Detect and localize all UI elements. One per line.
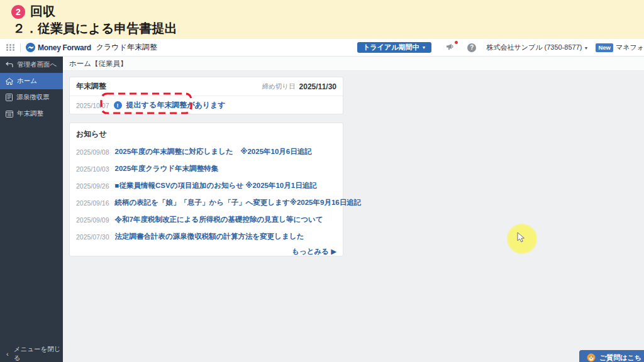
- sidebar-item-admin-screen[interactable]: 管理者画面へ: [0, 57, 63, 73]
- news-link[interactable]: 令和7年度税制改正による所得税の基礎控除の見直し等について: [115, 215, 323, 224]
- news-item: 2025/09/09 令和7年度税制改正による所得税の基礎控除の見直し等について: [76, 211, 336, 228]
- news-date: 2025/09/08: [76, 148, 109, 156]
- sidebar-item-label: ホーム: [17, 77, 37, 85]
- news-date: 2025/09/16: [76, 199, 109, 207]
- sidebar-item-label: 管理者画面へ: [17, 60, 57, 69]
- submit-nencho-link[interactable]: 提出する年末調整があります: [126, 100, 226, 111]
- nencho-form-icon: [6, 111, 13, 118]
- nencho-card-title: 年末調整: [76, 81, 106, 92]
- brand-name: Money Forward: [38, 43, 91, 52]
- chevron-down-icon: ▼: [421, 45, 426, 50]
- app-window: 2 回収 ２．従業員による申告書提出 Money Forward クラウド年末調…: [0, 0, 644, 362]
- chevron-left-icon: ‹: [6, 350, 9, 358]
- help-icon[interactable]: ?: [467, 43, 476, 52]
- banner-subtitle: ２．従業員による申告書提出: [13, 20, 177, 37]
- top-navbar: Money Forward クラウド年末調整 トライアル期間中 ▼ ? 株式会社…: [0, 39, 644, 57]
- new-badge: New: [596, 43, 613, 52]
- question-help-button[interactable]: ご質問はこち: [579, 350, 644, 362]
- breadcrumb-bar: ホーム【従業員】: [63, 57, 644, 71]
- tutorial-banner: 2 回収 ２．従業員による申告書提出: [0, 0, 644, 39]
- news-item: 2025/10/03 2025年度クラウド年末調整特集: [76, 160, 336, 177]
- sidebar: 管理者画面へ ホーム 源泉徴収票 年末調整: [0, 57, 63, 362]
- sidebar-item-label: 年末調整: [17, 109, 43, 118]
- withholding-slip-icon: [6, 94, 13, 101]
- deadline-label: 締め切り日: [262, 82, 296, 91]
- breadcrumb: ホーム【従業員】: [69, 59, 128, 69]
- collapse-menu-button[interactable]: ‹ メニューを閉じる: [0, 346, 63, 362]
- money-forward-logo[interactable]: Money Forward クラウド年末調整: [26, 42, 157, 53]
- news-item: 2025/09/26 ■従業員情報CSVの項目追加のお知らせ ※2025年10月…: [76, 177, 336, 194]
- money-forward-mark-icon: [26, 43, 35, 52]
- chevron-down-icon: ▼: [584, 46, 588, 50]
- news-item: 2025/09/08 2025年度の年末調整に対応しました ※2025年10月6…: [76, 143, 336, 160]
- product-name: クラウド年末調整: [96, 42, 157, 53]
- notification-dot: [455, 41, 458, 44]
- nencho-row: 2025/10/07 ! 提出する年末調整があります: [70, 96, 343, 114]
- company-selector[interactable]: 株式会社サンプル (7350-8577) ▼: [486, 43, 588, 52]
- mascot-icon: [587, 353, 596, 362]
- switch-arrow-icon: [6, 62, 13, 68]
- sidebar-item-home[interactable]: ホーム: [0, 73, 63, 89]
- news-date: 2025/09/26: [76, 182, 109, 190]
- question-help-label: ご質問はこち: [599, 353, 641, 362]
- news-card: お知らせ 2025/09/08 2025年度の年末調整に対応しました ※2025…: [69, 123, 343, 256]
- news-link[interactable]: 2025年度クラウド年末調整特集: [115, 164, 219, 173]
- step-number-badge: 2: [11, 5, 25, 19]
- news-card-title: お知らせ: [76, 129, 336, 140]
- news-item: 2025/07/30 法定調書合計表の源泉徴収税額の計算方法を変更しました: [76, 228, 336, 245]
- deadline-value: 2025/11/30: [299, 82, 336, 91]
- news-date: 2025/09/09: [76, 216, 109, 224]
- news-link[interactable]: ■従業員情報CSVの項目追加のお知らせ ※2025年10月1日追記: [115, 181, 317, 190]
- news-date: 2025/10/03: [76, 165, 109, 173]
- sidebar-item-nencho[interactable]: 年末調整: [0, 106, 63, 122]
- sidebar-item-withholding-slip[interactable]: 源泉徴収票: [0, 89, 63, 106]
- partner-link[interactable]: マネフォ: [616, 43, 644, 52]
- news-item: 2025/09/16 続柄の表記を「娘」「息子」から「子」へ変更します※2025…: [76, 194, 336, 211]
- news-link[interactable]: 法定調書合計表の源泉徴収税額の計算方法を変更しました: [115, 232, 304, 241]
- news-link[interactable]: 続柄の表記を「娘」「息子」から「子」へ変更します※2025年9月16日追記: [115, 198, 362, 207]
- sidebar-item-label: 源泉徴収票: [16, 93, 50, 102]
- trial-period-button[interactable]: トライアル期間中 ▼: [357, 42, 431, 53]
- info-icon: !: [114, 101, 122, 109]
- see-more-link[interactable]: もっとみる ▶: [76, 247, 336, 256]
- nencho-card: 年末調整 締め切り日 2025/11/30 2025/10/07 ! 提出する年…: [69, 77, 343, 114]
- news-link[interactable]: 2025年度の年末調整に対応しました ※2025年10月6日追記: [115, 147, 312, 156]
- home-icon: [6, 78, 13, 85]
- step-label: 回収: [30, 3, 55, 20]
- cursor-highlight: [507, 224, 537, 254]
- notifications-megaphone-icon[interactable]: [447, 42, 456, 53]
- mouse-cursor-icon: [517, 232, 526, 243]
- nav-divider: [20, 43, 21, 52]
- nencho-row-date: 2025/10/07: [76, 102, 109, 109]
- news-date: 2025/07/30: [76, 233, 109, 241]
- app-grid-icon[interactable]: [6, 44, 15, 51]
- collapse-menu-label: メニューを閉じる: [14, 345, 63, 362]
